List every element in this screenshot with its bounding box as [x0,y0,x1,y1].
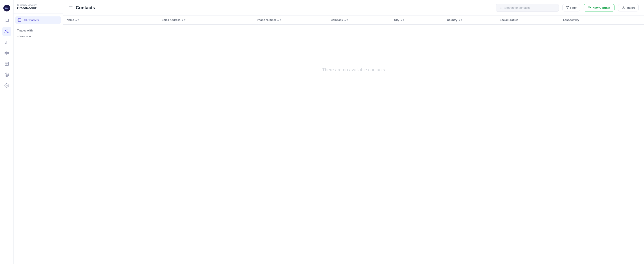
search-input[interactable] [504,6,555,9]
topbar-left: Contacts [68,5,95,10]
col-social-label: Social Profiles [500,18,518,22]
rail-templates-icon[interactable] [2,59,11,68]
col-phone[interactable]: Phone Number ▲▼ [253,16,327,24]
filter-button[interactable]: Filter [562,4,580,11]
col-company[interactable]: Company ▲▼ [327,16,390,24]
app-logo [2,3,11,12]
empty-state-message: There are no available contacts [322,67,385,72]
svg-rect-9 [5,62,8,66]
sidebar-item-contacts[interactable]: All Contacts [15,16,61,24]
col-company-label: Company [331,18,343,22]
svg-point-3 [7,8,8,9]
email-sort-icon: ▲▼ [182,19,186,21]
workspace-name: CreedRoomz [17,6,59,10]
import-label: Import [626,6,635,9]
svg-point-25 [588,6,590,8]
svg-rect-15 [18,19,21,21]
col-email[interactable]: Email Address ▲▼ [158,16,253,24]
svg-point-1 [5,8,6,9]
col-city[interactable]: City ▲▼ [390,16,443,24]
filter-label: Filter [570,6,577,9]
rail-campaigns-icon[interactable] [2,49,11,58]
contacts-icon [18,18,21,22]
rail-settings-icon[interactable] [2,81,11,90]
col-name[interactable]: Name ▲▼ [63,16,158,24]
search-icon [500,6,503,9]
rail-contacts-icon[interactable] [2,27,11,36]
col-phone-label: Phone Number [257,18,276,22]
svg-line-23 [502,8,502,9]
svg-marker-8 [5,52,6,54]
col-name-label: Name [67,18,74,22]
company-sort-icon: ▲▼ [344,19,348,21]
new-label-button[interactable]: + New label [17,34,59,39]
sidebar: Currently viewing: CreedRoomz All Contac… [14,0,63,264]
name-sort-icon: ▲▼ [75,19,80,21]
table-header: Name ▲▼ Email Address ▲▼ Phone Number [63,16,644,24]
topbar-right: Filter New Contact Import [496,4,638,11]
table-body: There are no available contacts [63,24,644,115]
country-sort-icon: ▲▼ [458,19,462,21]
col-last-activity-label: Last Activity [563,18,579,22]
empty-state: There are no available contacts [63,25,644,115]
col-country-label: Country [447,18,457,22]
svg-point-2 [6,8,7,9]
menu-icon[interactable] [68,5,73,10]
sidebar-header: Currently viewing: CreedRoomz [14,3,63,14]
col-last-activity: Last Activity [560,16,644,24]
rail-reports-icon[interactable] [2,38,11,47]
col-social: Social Profiles [496,16,560,24]
phone-sort-icon: ▲▼ [277,19,282,21]
contacts-table: Name ▲▼ Email Address ▲▼ Phone Number [63,16,644,115]
svg-point-22 [500,7,502,9]
page-title: Contacts [76,5,95,10]
tagged-with-label: Tagged with [17,29,59,32]
currently-viewing-label: Currently viewing: [17,3,59,6]
table-container: Name ▲▼ Email Address ▲▼ Phone Number [63,16,644,264]
new-contact-label: New Contact [592,6,610,9]
rail-conversations-icon[interactable] [2,16,11,25]
sidebar-item-contacts-label: All Contacts [24,18,39,22]
new-contact-button[interactable]: New Contact [584,4,614,11]
rail-agent-icon[interactable] [2,70,11,79]
main-content: Contacts Filter [63,0,644,264]
search-box[interactable] [496,4,559,11]
icon-rail [0,0,14,264]
city-sort-icon: ▲▼ [400,19,405,21]
import-button[interactable]: Import [618,4,638,11]
svg-point-14 [6,85,7,86]
col-email-label: Email Address [162,18,180,22]
svg-marker-24 [566,6,569,9]
svg-point-4 [6,30,7,31]
svg-point-13 [6,74,7,75]
col-country[interactable]: Country ▲▼ [443,16,496,24]
col-city-label: City [394,18,399,22]
topbar: Contacts Filter [63,0,644,16]
sidebar-nav: All Contacts [14,14,63,26]
tagged-with-section: Tagged with + New label [14,26,63,39]
